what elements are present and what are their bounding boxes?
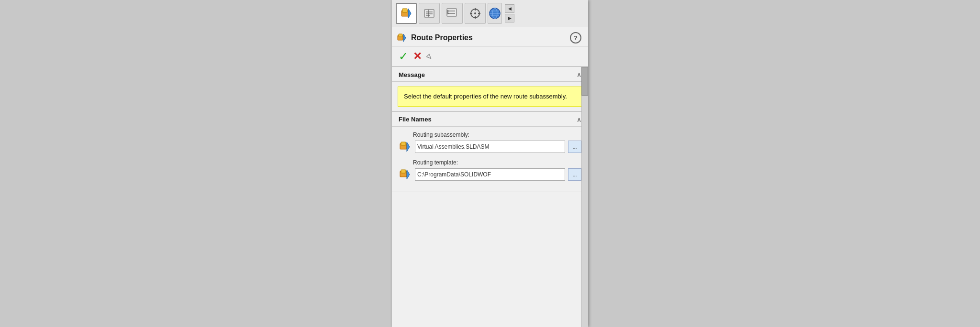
scrollbar-track[interactable] [581, 67, 588, 327]
routing-subassembly-group: Routing subassembly: ... [399, 131, 581, 153]
routing-subassembly-browse-btn[interactable]: ... [568, 141, 581, 153]
svg-marker-27 [403, 34, 406, 42]
routing-template-group: Routing template: ... [399, 159, 581, 181]
divider-3 [392, 192, 588, 192]
help-button[interactable]: ? [570, 32, 581, 44]
svg-rect-1 [402, 9, 407, 12]
routing-template-browse-btn[interactable]: ... [568, 168, 581, 181]
nav-next-btn[interactable]: ▶ [505, 14, 514, 22]
svg-rect-32 [401, 170, 406, 173]
list-toolbar-btn[interactable] [419, 3, 440, 24]
route-properties-icon [397, 33, 407, 43]
message-section: Message ∧ Select the default properties … [392, 67, 588, 107]
routing-subassembly-label: Routing subassembly: [413, 131, 581, 138]
svg-point-19 [474, 12, 476, 14]
nav-prev-btn[interactable]: ◀ [505, 4, 514, 13]
panel-title: Route Properties [411, 33, 473, 42]
list-icon [423, 7, 436, 20]
file-names-content: Routing subassembly: ... Routing templat… [392, 127, 588, 192]
routing-subassembly-row: ... [399, 140, 581, 153]
routing-template-label: Routing template: [413, 159, 581, 166]
scrollbar-thumb[interactable] [581, 67, 588, 96]
routing-template-row: ... [399, 168, 581, 181]
file-names-section-title: File Names [399, 116, 432, 123]
routing-subassembly-icon [399, 140, 412, 153]
toolbar: ◀ ▶ [392, 0, 588, 27]
routing-template-icon [399, 168, 412, 181]
crosshair-icon [468, 7, 482, 20]
ok-button[interactable]: ✓ [399, 51, 408, 62]
pin-button[interactable]: ⊳ [424, 51, 435, 62]
main-panel: ◀ ▶ Route Properties ? ✓ ✕ ⊳ Message ∧ [392, 0, 588, 327]
route-toolbar-btn[interactable] [396, 3, 417, 24]
svg-rect-26 [399, 34, 402, 37]
toolbar-nav: ◀ ▶ [505, 4, 514, 22]
tree-icon [445, 7, 459, 20]
crosshair-toolbar-btn[interactable] [465, 3, 486, 24]
globe-toolbar-btn[interactable] [488, 3, 502, 24]
globe-icon [488, 7, 501, 20]
svg-rect-8 [447, 9, 457, 16]
message-content: Select the default properties of the new… [398, 87, 582, 107]
action-bar: ✓ ✕ ⊳ [392, 47, 588, 66]
svg-marker-33 [407, 170, 410, 179]
file-names-section-header[interactable]: File Names ∧ [392, 112, 588, 127]
file-names-section: File Names ∧ Routing subassembly: ... [392, 112, 588, 192]
message-chevron-icon: ∧ [577, 71, 581, 78]
message-section-header[interactable]: Message ∧ [392, 67, 588, 82]
title-row: Route Properties [397, 33, 473, 43]
tree-toolbar-btn[interactable] [442, 3, 463, 24]
routing-subassembly-input[interactable] [415, 141, 565, 153]
scroll-area: Message ∧ Select the default properties … [392, 67, 588, 327]
message-section-title: Message [399, 71, 425, 78]
svg-marker-30 [407, 142, 410, 152]
file-names-chevron-icon: ∧ [577, 116, 581, 123]
cancel-button[interactable]: ✕ [413, 51, 422, 62]
svg-marker-2 [408, 9, 411, 18]
routing-template-input[interactable] [415, 168, 565, 181]
route-icon [400, 7, 413, 20]
svg-rect-29 [401, 142, 406, 145]
panel-header: Route Properties ? [392, 27, 588, 47]
